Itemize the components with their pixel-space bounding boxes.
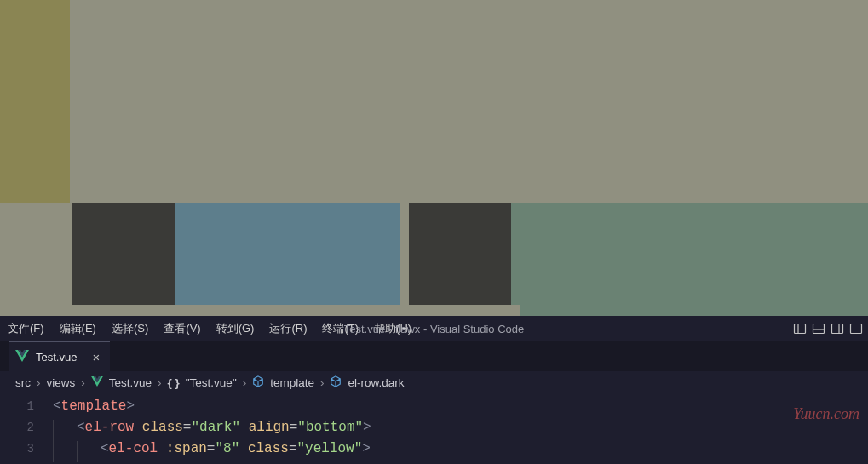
menu-help[interactable]: 帮助(H) xyxy=(366,316,419,341)
yellow-column xyxy=(0,0,70,203)
chevron-right-icon: › xyxy=(243,376,247,389)
bc-views[interactable]: views xyxy=(47,376,76,389)
line-number: 2 xyxy=(0,421,53,434)
blue-block xyxy=(175,203,400,305)
green-block xyxy=(511,203,868,305)
tab-test-vue[interactable]: Test.vue × xyxy=(9,341,110,371)
chevron-right-icon: › xyxy=(37,376,41,389)
code-content: <el-row class="dark" align="bottom"> xyxy=(53,420,371,435)
chevron-right-icon: › xyxy=(81,376,85,389)
menu-run[interactable]: 运行(R) xyxy=(262,316,314,341)
el-row-preview xyxy=(0,203,868,305)
menu-view[interactable]: 查看(V) xyxy=(156,316,208,341)
chevron-right-icon: › xyxy=(158,376,162,389)
menu-select[interactable]: 选择(S) xyxy=(104,316,156,341)
code-line[interactable]: 1<template> xyxy=(0,395,868,416)
layout-customize-icon[interactable] xyxy=(849,322,863,335)
bc-file[interactable]: Test.vue xyxy=(109,376,152,389)
layout-controls xyxy=(793,322,868,335)
layout-sidebar-right-icon[interactable] xyxy=(831,322,844,335)
svg-rect-6 xyxy=(851,324,862,334)
bc-elrow[interactable]: el-row.dark xyxy=(348,376,404,389)
vue-icon xyxy=(15,350,29,364)
tabbar: Test.vue × xyxy=(0,341,868,371)
close-icon[interactable]: × xyxy=(92,350,100,364)
svg-rect-0 xyxy=(795,324,806,334)
green-block-extend xyxy=(520,305,868,316)
braces-icon: { } xyxy=(168,376,180,389)
cube-icon xyxy=(330,375,342,390)
menu-terminal[interactable]: 终端(T) xyxy=(314,316,366,341)
vscode-window: 文件(F) 编辑(E) 选择(S) 查看(V) 转到(G) 运行(R) 终端(T… xyxy=(0,316,868,459)
menu-edit[interactable]: 编辑(E) xyxy=(52,316,104,341)
code-content: <template> xyxy=(53,398,135,414)
breadcrumb: src › views › Test.vue › { } "Test.vue" … xyxy=(0,371,868,393)
preview-panel xyxy=(0,0,868,316)
code-editor[interactable]: 1<template>2<el-row class="dark" align="… xyxy=(0,393,868,459)
chevron-right-icon: › xyxy=(320,376,325,389)
bc-quote[interactable]: "Test.vue" xyxy=(186,376,237,389)
code-line[interactable]: 3<el-col :span="8" class="yellow"> xyxy=(0,438,868,459)
tab-label: Test.vue xyxy=(36,351,77,364)
layout-sidebar-left-icon[interactable] xyxy=(793,322,807,335)
bc-template[interactable]: template xyxy=(270,376,314,389)
vue-icon xyxy=(91,376,103,389)
menu-goto[interactable]: 转到(G) xyxy=(209,316,262,341)
dark-block-1 xyxy=(72,203,175,305)
code-content: <el-col :span="8" class="yellow"> xyxy=(53,441,371,456)
bc-src[interactable]: src xyxy=(15,376,31,389)
menu-file[interactable]: 文件(F) xyxy=(0,316,52,341)
layout-panel-bottom-icon[interactable] xyxy=(812,322,825,335)
svg-rect-2 xyxy=(813,324,825,334)
svg-rect-4 xyxy=(832,324,843,334)
line-number: 3 xyxy=(0,442,53,455)
menubar: 文件(F) 编辑(E) 选择(S) 查看(V) 转到(G) 运行(R) 终端(T… xyxy=(0,316,868,341)
cube-icon xyxy=(252,375,264,390)
code-line[interactable]: 2<el-row class="dark" align="bottom"> xyxy=(0,416,868,438)
line-number: 1 xyxy=(0,399,53,413)
dark-block-2 xyxy=(409,203,511,305)
